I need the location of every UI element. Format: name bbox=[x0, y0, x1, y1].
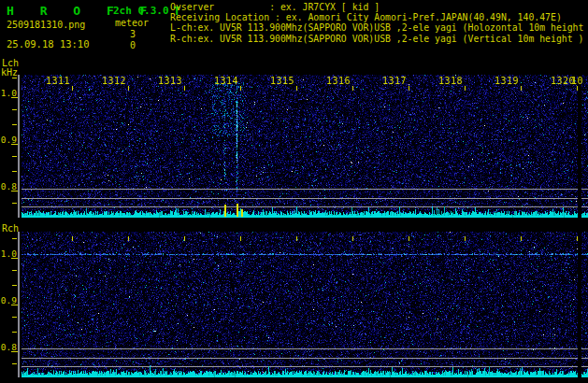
time-label: 1315 bbox=[255, 76, 294, 86]
location-line: Receiving Location : ex. Aomori City Aom… bbox=[170, 12, 583, 22]
lch-spectrogram bbox=[22, 75, 588, 218]
rch-freq-major-tick bbox=[11, 351, 18, 352]
rch-config-line: R-ch:ex. UV5R 113.900Mhz(SAPPORO VOR)USB… bbox=[170, 34, 583, 44]
time-label-partial: 10 bbox=[571, 76, 588, 86]
lch-freq-minor-tick bbox=[12, 171, 17, 172]
lch-config-line: L-ch:ex. UV5R 113.900Mhz(SAPPORO VOR)USB… bbox=[170, 22, 583, 33]
lch-freq-minor-tick bbox=[12, 78, 17, 78]
rch-spectrogram bbox=[22, 232, 588, 377]
rch-freq-minor-tick bbox=[12, 363, 17, 364]
meteor-count-rch: 0 bbox=[130, 40, 136, 50]
rch-axis-label: Rch bbox=[2, 223, 19, 234]
rch-freq-major-tick bbox=[11, 258, 18, 259]
lch-freq-major-tick bbox=[11, 144, 18, 145]
time-label: 1314 bbox=[199, 76, 238, 86]
rch-freq-minor-tick bbox=[12, 285, 17, 286]
lch-freq-minor-tick bbox=[12, 109, 17, 110]
lch-freq-minor-tick bbox=[12, 203, 17, 204]
hrofft-screen: H R O F F T 2ch 0.3.0 2509181310.png met… bbox=[0, 0, 588, 383]
lch-freq-minor-tick bbox=[12, 156, 17, 157]
time-label: 1316 bbox=[311, 76, 351, 86]
rch-axis-line bbox=[18, 232, 20, 377]
time-label: 1317 bbox=[367, 76, 407, 86]
time-label: 1311 bbox=[31, 76, 70, 86]
lch-axis-line bbox=[18, 75, 20, 218]
time-label: 1312 bbox=[87, 76, 126, 86]
mode-label: meteor bbox=[115, 18, 149, 28]
observer-line: Ovserver : ex. JR7CYX [ kid ] bbox=[170, 2, 583, 12]
rch-freq-minor-tick bbox=[12, 332, 17, 333]
lch-freq-minor-tick bbox=[12, 124, 17, 125]
rch-freq-major-tick bbox=[11, 305, 18, 305]
datetime-stamp: 25.09.18 13:10 bbox=[7, 38, 90, 50]
lch-freq-major-tick bbox=[11, 97, 18, 98]
output-filename: 2509181310.png bbox=[7, 20, 85, 30]
time-label: 1320 bbox=[536, 76, 575, 86]
time-label: 1313 bbox=[143, 76, 182, 86]
meteor-count-lch: 3 bbox=[130, 29, 136, 39]
time-label: 1319 bbox=[480, 76, 519, 86]
app-version: 2ch 0.3.0 bbox=[113, 5, 169, 17]
rch-freq-minor-tick bbox=[12, 317, 17, 318]
rch-freq-minor-tick bbox=[12, 238, 17, 239]
lch-freq-major-tick bbox=[11, 191, 18, 192]
time-label: 1318 bbox=[423, 76, 463, 86]
rch-freq-minor-tick bbox=[12, 270, 17, 271]
khz-unit-label: kHz bbox=[1, 67, 18, 78]
station-info-block: Ovserver : ex. JR7CYX [ kid ] Receiving … bbox=[170, 2, 583, 44]
